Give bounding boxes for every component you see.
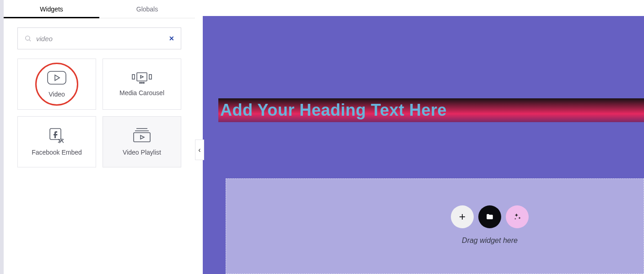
- plus-icon: [458, 213, 466, 221]
- facebook-embed-icon: [47, 128, 66, 143]
- sparkle-icon: [513, 212, 522, 221]
- folder-icon: [486, 213, 494, 221]
- svg-point-8: [143, 82, 144, 83]
- search-wrap: ✕: [4, 18, 195, 49]
- folder-button[interactable]: [478, 205, 501, 228]
- ai-button[interactable]: [506, 205, 529, 228]
- chevron-left-icon: ‹: [198, 146, 200, 154]
- svg-point-6: [140, 82, 141, 83]
- tab-widgets-label: Widgets: [40, 5, 63, 13]
- app-root: Widgets Globals ✕: [0, 0, 644, 274]
- widget-media-carousel-label: Media Carousel: [119, 89, 164, 97]
- dropzone-actions: [451, 205, 529, 228]
- svg-rect-3: [137, 73, 147, 81]
- tab-widgets[interactable]: Widgets: [4, 0, 99, 18]
- video-icon: [47, 70, 67, 85]
- svg-rect-13: [134, 133, 150, 142]
- dropzone-hint: Drag widget here: [462, 236, 518, 245]
- search-input[interactable]: [32, 35, 169, 43]
- widgets-panel: Widgets Globals ✕: [4, 0, 195, 274]
- panel-tabs: Widgets Globals: [4, 0, 195, 18]
- heading-text[interactable]: Add Your Heading Text Here: [218, 101, 447, 120]
- canvas-outer: Add Your Heading Text Here: [195, 0, 644, 274]
- svg-rect-4: [132, 75, 135, 79]
- widget-media-carousel[interactable]: Media Carousel: [103, 59, 181, 110]
- search-box[interactable]: ✕: [17, 27, 181, 49]
- search-icon: [24, 35, 32, 42]
- tab-globals[interactable]: Globals: [99, 0, 195, 18]
- svg-rect-5: [149, 75, 152, 79]
- panel-collapse-handle[interactable]: ‹: [195, 140, 204, 160]
- playlist-icon: [132, 128, 152, 143]
- widget-grid: Video Media Carousel: [4, 49, 195, 167]
- svg-point-0: [26, 36, 30, 40]
- widget-video-playlist-label: Video Playlist: [123, 149, 161, 156]
- svg-line-1: [29, 40, 31, 41]
- heading-widget[interactable]: Add Your Heading Text Here: [218, 98, 644, 122]
- carousel-icon: [130, 72, 153, 84]
- widget-video-playlist[interactable]: Video Playlist: [103, 116, 181, 167]
- editor-canvas[interactable]: Add Your Heading Text Here: [203, 16, 644, 274]
- widget-facebook-embed-label: Facebook Embed: [32, 149, 82, 156]
- tab-globals-label: Globals: [136, 5, 158, 13]
- widget-video[interactable]: Video: [17, 59, 96, 110]
- svg-rect-2: [48, 71, 66, 84]
- clear-search-icon[interactable]: ✕: [169, 35, 174, 42]
- widget-facebook-embed[interactable]: Facebook Embed: [17, 116, 96, 167]
- widget-dropzone[interactable]: Drag widget here: [226, 178, 644, 274]
- widget-video-label: Video: [49, 91, 65, 98]
- svg-point-7: [141, 82, 142, 83]
- add-widget-button[interactable]: [451, 205, 474, 228]
